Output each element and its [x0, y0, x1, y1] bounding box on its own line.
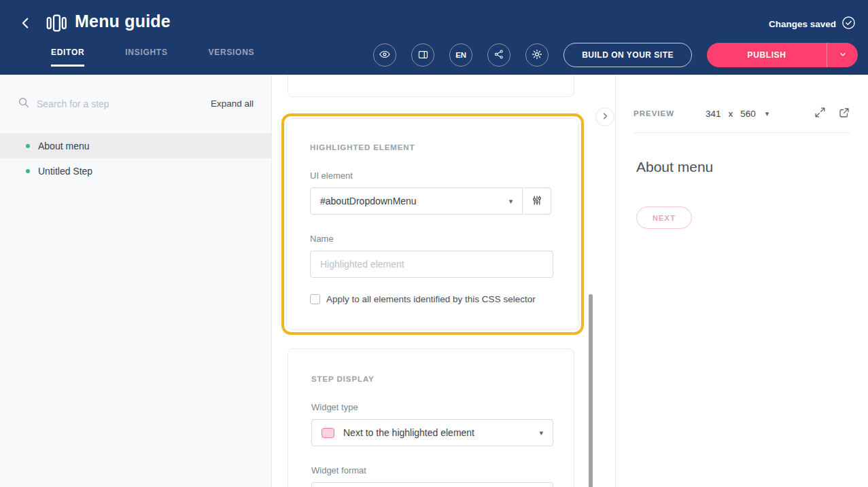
step-list: About menu Untitled Step	[0, 133, 271, 183]
changes-saved-status: Changes saved	[769, 16, 856, 32]
preview-step-title: About menu	[636, 159, 848, 175]
settings-button[interactable]	[525, 43, 549, 67]
tab-versions[interactable]: VERSIONS	[209, 41, 255, 67]
chevron-down-icon: ▾	[539, 429, 543, 437]
widget-type-label: Widget type	[311, 402, 552, 412]
app-logo-icon	[46, 14, 67, 35]
preview-eye-button[interactable]	[373, 43, 396, 67]
publish-dropdown-button[interactable]	[827, 43, 858, 67]
step-editor-panel: HIGHLIGHTED ELEMENT UI element #aboutDro…	[273, 75, 615, 487]
search-icon	[18, 96, 29, 111]
tab-insights[interactable]: INSIGHTS	[125, 41, 167, 67]
preview-fullscreen-button[interactable]	[814, 106, 827, 121]
step-search-input[interactable]	[37, 98, 203, 109]
preview-content: About menu NEXT	[616, 133, 868, 229]
preview-width-value: 341	[706, 109, 721, 119]
next-button[interactable]: NEXT	[636, 206, 692, 229]
open-in-new-window-button[interactable]	[838, 107, 850, 121]
widget-type-select[interactable]: Next to the highlighted element ▾	[311, 419, 553, 446]
expand-all-button[interactable]: Expand all	[211, 98, 254, 109]
preview-panel-label: PREVIEW	[633, 109, 674, 118]
layout-button[interactable]	[411, 43, 434, 67]
tab-editor[interactable]: EDITOR	[51, 41, 84, 67]
editor-scrollbar[interactable]	[589, 294, 593, 487]
preview-size-selector[interactable]: 341 x 560 ▾	[706, 109, 769, 119]
preview-size-separator: x	[729, 109, 733, 119]
steps-sidebar: Expand all About menu Untitled Step	[0, 75, 272, 487]
gear-icon	[531, 48, 543, 62]
share-button[interactable]	[487, 43, 510, 67]
element-settings-button[interactable]	[523, 187, 551, 215]
sliders-icon	[531, 194, 543, 209]
check-circle-icon	[841, 16, 856, 32]
widget-type-icon	[322, 428, 334, 438]
chevron-down-icon: ▾	[509, 198, 513, 205]
share-icon	[493, 49, 504, 61]
widget-format-select[interactable]	[311, 482, 553, 487]
previous-settings-card	[288, 75, 574, 97]
open-in-new-icon	[838, 107, 850, 121]
step-item-about-menu[interactable]: About menu	[0, 133, 271, 158]
eye-icon	[379, 48, 391, 62]
highlighted-section-ring: HIGHLIGHTED ELEMENT UI element #aboutDro…	[281, 113, 584, 335]
collapse-preview-button[interactable]	[595, 107, 614, 126]
ui-element-label: UI element	[310, 170, 551, 181]
header-tabs: EDITOR INSIGHTS VERSIONS	[51, 41, 254, 67]
guide-title: Menu guide	[75, 12, 171, 31]
ui-element-value: #aboutDropdownMenu	[320, 196, 417, 206]
step-display-card: STEP DISPLAY Widget type Next to the hig…	[288, 348, 574, 487]
app-window: Menu guide Changes saved EDITOR INSIGHTS…	[0, 0, 868, 487]
chevron-down-icon: ▾	[765, 110, 769, 118]
diagonal-arrows-icon	[814, 106, 827, 121]
step-label: About menu	[38, 141, 90, 151]
layout-panel-icon	[417, 49, 429, 62]
step-status-dot	[26, 144, 30, 148]
chevron-right-icon	[600, 111, 610, 123]
header-actions: EN BUILD ON YOUR SITE PUBLISH	[373, 43, 858, 67]
apply-all-label: Apply to all elements identified by this…	[326, 294, 536, 304]
language-label: EN	[455, 51, 466, 59]
ui-element-select-row: #aboutDropdownMenu ▾	[310, 187, 551, 215]
publish-split-button: PUBLISH	[707, 43, 858, 67]
element-name-input[interactable]	[310, 251, 553, 278]
step-label: Untitled Step	[38, 166, 92, 177]
section-title: STEP DISPLAY	[311, 375, 552, 383]
language-button[interactable]: EN	[449, 43, 472, 67]
back-button[interactable]	[16, 14, 35, 33]
changes-saved-label: Changes saved	[769, 19, 836, 29]
step-status-dot	[26, 169, 30, 173]
ui-element-select[interactable]: #aboutDropdownMenu ▾	[310, 187, 523, 215]
widget-format-label: Widget format	[311, 465, 552, 475]
section-title: HIGHLIGHTED ELEMENT	[310, 143, 551, 151]
preview-height-value: 560	[740, 109, 756, 119]
build-on-your-site-button[interactable]: BUILD ON YOUR SITE	[563, 43, 692, 67]
preview-header: PREVIEW 341 x 560 ▾	[633, 75, 850, 133]
name-label: Name	[310, 234, 551, 244]
top-navbar: Menu guide Changes saved EDITOR INSIGHTS…	[0, 0, 868, 75]
preview-panel: PREVIEW 341 x 560 ▾	[615, 75, 868, 487]
highlighted-element-card: HIGHLIGHTED ELEMENT UI element #aboutDro…	[286, 118, 579, 330]
apply-all-row[interactable]: Apply to all elements identified by this…	[310, 294, 551, 304]
step-search-row: Expand all	[0, 75, 271, 111]
apply-all-checkbox[interactable]	[310, 294, 320, 304]
chevron-down-icon	[838, 50, 848, 61]
chevron-left-icon	[18, 16, 33, 33]
widget-type-value: Next to the highlighted element	[343, 427, 530, 438]
publish-button[interactable]: PUBLISH	[707, 43, 827, 67]
step-item-untitled-step[interactable]: Untitled Step	[0, 158, 271, 183]
preview-header-actions	[814, 106, 850, 121]
